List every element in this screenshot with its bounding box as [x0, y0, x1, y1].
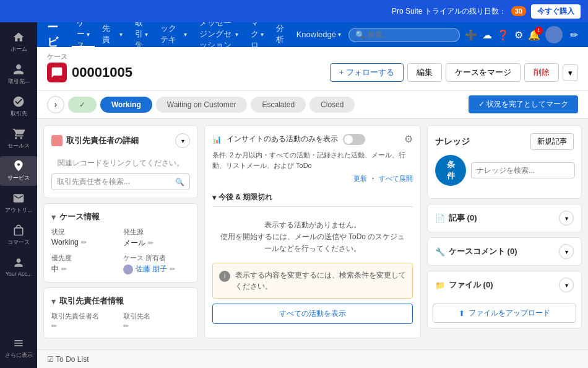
- account-name-edit-icon[interactable]: ✏: [123, 322, 129, 330]
- sidebar-item-commerce[interactable]: コマース: [0, 221, 37, 250]
- notification-icon[interactable]: 🔔1: [528, 29, 540, 41]
- articles-expand-button[interactable]: ▾: [559, 211, 574, 226]
- status-step-escalated[interactable]: Escalated: [251, 97, 306, 113]
- source-value: メール ✏: [123, 238, 190, 248]
- contact-card-title: 取引先責任者の詳細: [51, 135, 139, 146]
- priority-edit-icon[interactable]: ✏: [61, 265, 67, 273]
- sidebar-item-home[interactable]: ホーム: [0, 27, 37, 57]
- contact-expand-button[interactable]: ▾: [175, 133, 190, 148]
- status-prev-button[interactable]: ›: [47, 96, 64, 113]
- cloud-icon[interactable]: ☁: [482, 29, 492, 41]
- comments-expand-button[interactable]: ▾: [559, 244, 574, 259]
- record-title-row: 00001005 + フォローする 編集 ケースをマージ 削除 ▾: [47, 63, 578, 82]
- knowledge-subject-badge: 条件: [435, 155, 466, 186]
- owner-label: ケース 所有者: [123, 253, 190, 263]
- case-info-grid: 状況 Working ✏ 発生源 メール: [51, 227, 190, 274]
- user-avatar[interactable]: [545, 26, 563, 43]
- follow-button[interactable]: + フォローする: [330, 63, 404, 82]
- tab-accounts[interactable]: 取引先 ▾: [130, 22, 153, 47]
- help-icon[interactable]: ❓: [497, 29, 509, 41]
- account-name-label: 取引先名: [123, 312, 190, 321]
- sidebar-youracc-label: Your Acc...: [6, 271, 32, 277]
- search-icon: 🔍: [175, 178, 184, 186]
- sidebar-item-service[interactable]: サービス: [0, 156, 37, 186]
- source-edit-icon[interactable]: ✏: [148, 239, 153, 247]
- owner-edit-icon[interactable]: ✏: [170, 265, 175, 273]
- status-step-done[interactable]: ✓: [68, 97, 97, 113]
- record-actions: + フォローする 編集 ケースをマージ 削除 ▾: [330, 63, 578, 82]
- contact-search-input[interactable]: 取引先責任者を検索... 🔍: [51, 173, 190, 190]
- delete-button[interactable]: 削除: [524, 63, 559, 82]
- files-header[interactable]: 📁 ファイル (0) ▾: [428, 271, 581, 299]
- trial-text: Pro Suite トライアルの残り日数：: [392, 6, 506, 17]
- tab-contacts[interactable]: 取引先責任者 ▾: [97, 22, 128, 47]
- sidebar-item-sales[interactable]: セールス: [0, 124, 37, 154]
- status-step-closed[interactable]: Closed: [309, 97, 355, 113]
- contact-title-text: 取引先責任者の詳細: [66, 135, 139, 146]
- tab-knowledge-chevron: ▾: [338, 31, 341, 38]
- knowledge-search-input[interactable]: [471, 162, 575, 178]
- comments-header[interactable]: 🔧 ケースコメント (0) ▾: [428, 238, 581, 265]
- owner-link[interactable]: 佐藤 朋子: [136, 264, 167, 274]
- settings-icon[interactable]: ⚙: [514, 29, 523, 41]
- expand-all-link[interactable]: すべて展開: [379, 174, 413, 183]
- tab-messaging[interactable]: メッセージングセッション ▾: [194, 22, 243, 47]
- sidebar-sales-label: セールス: [7, 142, 30, 150]
- files-section: 📁 ファイル (0) ▾ ⬆ ファイルをアップロード: [427, 271, 582, 328]
- case-info-title: ▾ ケース情報: [51, 211, 100, 222]
- knowledge-card: ナレッジ 新規記事 条件: [427, 125, 582, 199]
- tab-macros[interactable]: マクロ ▾: [246, 22, 269, 47]
- contact-info-card: ▾ 取引先責任者情報 取引先責任者名 ✏: [43, 287, 198, 338]
- files-expand-button[interactable]: ▾: [559, 278, 574, 292]
- merge-button[interactable]: ケースをマージ: [446, 63, 521, 82]
- todo-list-label[interactable]: ☑ To Do List: [47, 355, 89, 364]
- contact-name-value: ✏: [51, 322, 118, 330]
- new-article-button[interactable]: 新規記事: [530, 133, 574, 150]
- col-middle: 📊 インサイトのある活動のみを表示 ⚙ 条件: 2 か月以内・すべての活動・記録…: [204, 125, 421, 338]
- mark-complete-button[interactable]: ✓ 状況を完了としてマーク: [469, 95, 578, 113]
- edit-button[interactable]: 編集: [407, 63, 442, 82]
- articles-section: 📄 記事 (0) ▾: [427, 204, 582, 232]
- upcoming-label: 今後 & 期限切れ: [218, 192, 272, 203]
- tab-messaging-chevron: ▾: [235, 31, 238, 38]
- contact-name-edit-icon[interactable]: ✏: [51, 322, 57, 330]
- status-step-working[interactable]: Working: [100, 97, 152, 113]
- step-done-label: ✓: [79, 100, 85, 109]
- search-container[interactable]: 🔍: [348, 28, 460, 42]
- tab-knowledge[interactable]: Knowledge ▾: [292, 22, 346, 47]
- col-left: 取引先責任者の詳細 ▾ 関連レコードをリンクしてください。 取引先責任者を検索.…: [43, 125, 198, 338]
- sidebar-item-outreach[interactable]: アウトリ...: [0, 188, 37, 218]
- filter-change-text: 表示する内容を変更するには、検索条件を変更してください。: [235, 269, 406, 292]
- contact-icon: [51, 135, 63, 146]
- condition-text: 条件: 2 か月以内・すべての活動・記録された活動、メール、行動、リストメール、…: [212, 150, 413, 170]
- field-contact-name: 取引先責任者名 ✏: [51, 312, 118, 330]
- tab-quicktext[interactable]: クイックテキスト ▾: [155, 22, 192, 47]
- sidebar-item-youracc[interactable]: Your Acc...: [0, 253, 37, 281]
- articles-header[interactable]: 📄 記事 (0) ▾: [428, 204, 581, 232]
- step-escalated-label: Escalated: [262, 100, 295, 109]
- buy-button[interactable]: 今すぐ購入: [531, 4, 581, 19]
- sidebar-item-more[interactable]: さらに表示: [0, 333, 37, 363]
- record-header: ケース 00001005 + フォローする 編集 ケースをマージ: [37, 47, 588, 90]
- search-icon: 🔍: [355, 30, 365, 40]
- sidebar-item-contact[interactable]: 取引先...: [0, 59, 37, 89]
- field-status: 状況 Working ✏: [51, 227, 118, 248]
- sidebar-home-label: ホーム: [11, 45, 27, 53]
- status-edit-icon[interactable]: ✏: [81, 239, 87, 247]
- file-upload-button[interactable]: ⬆ ファイルをアップロード: [433, 304, 576, 323]
- search-input[interactable]: [368, 30, 442, 39]
- tab-accounts-chevron: ▾: [145, 31, 148, 38]
- edit-pencil-icon[interactable]: ✏: [570, 29, 578, 41]
- update-link[interactable]: 更新: [353, 174, 367, 183]
- status-label: 状況: [51, 227, 118, 237]
- more-actions-button[interactable]: ▾: [563, 64, 578, 81]
- activity-gear-button[interactable]: ⚙: [404, 133, 413, 145]
- tab-analytics[interactable]: 分析: [271, 22, 289, 47]
- status-step-waiting[interactable]: Waiting on Customer: [156, 97, 248, 113]
- tab-cases[interactable]: ケース ▾: [72, 22, 95, 47]
- comments-title-text: ケースコメント (0): [449, 246, 517, 257]
- add-icon[interactable]: ➕: [465, 29, 477, 41]
- show-all-button[interactable]: すべての活動を表示: [212, 304, 413, 324]
- insights-toggle[interactable]: [343, 134, 365, 145]
- sidebar-item-account[interactable]: 取引先: [0, 92, 37, 121]
